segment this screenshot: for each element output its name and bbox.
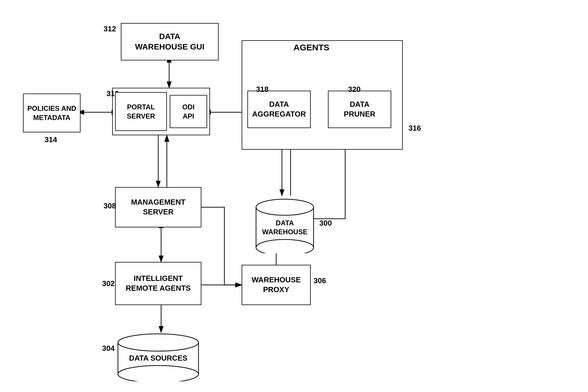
ref-304: 304: [102, 344, 114, 353]
intelligent-remote-agents-box: INTELLIGENT REMOTE AGENTS: [115, 262, 201, 305]
diagram: DATA WAREHOUSE GUI 312 AGENTS 310 PORTAL…: [0, 0, 588, 392]
policies-metadata-box: POLICIES AND METADATA: [23, 94, 81, 132]
ref-316: 316: [408, 124, 421, 133]
ref-306: 306: [314, 276, 326, 285]
ref-302: 302: [102, 279, 114, 288]
data-warehouse-db: DATA WAREHOUSE: [253, 196, 316, 253]
ref-318: 318: [256, 85, 268, 94]
warehouse-proxy-box: WAREHOUSE PROXY: [242, 265, 311, 305]
ref-300: 300: [319, 219, 332, 228]
data-sources-cylinder: DATA SOURCES: [115, 332, 201, 381]
svg-point-16: [256, 239, 314, 253]
ref-308: 308: [104, 201, 116, 210]
svg-point-19: [118, 366, 198, 381]
ref-312: 312: [104, 24, 116, 33]
svg-point-18: [118, 334, 198, 351]
data-aggregator-box: DATA AGGREGATOR: [247, 91, 311, 128]
portal-server-box: PORTAL SERVER: [115, 92, 167, 131]
data-warehouse-gui-box: DATA WAREHOUSE GUI: [121, 23, 219, 60]
data-pruner-box: DATA PRUNER: [328, 91, 391, 128]
odi-api-box: ODI API: [170, 95, 207, 128]
agents-group-label: AGENTS: [293, 43, 329, 52]
management-server-box: MANAGEMENT SERVER: [115, 187, 201, 227]
svg-point-15: [256, 199, 314, 215]
ref-320: 320: [348, 85, 360, 94]
ref-314: 314: [45, 135, 57, 144]
